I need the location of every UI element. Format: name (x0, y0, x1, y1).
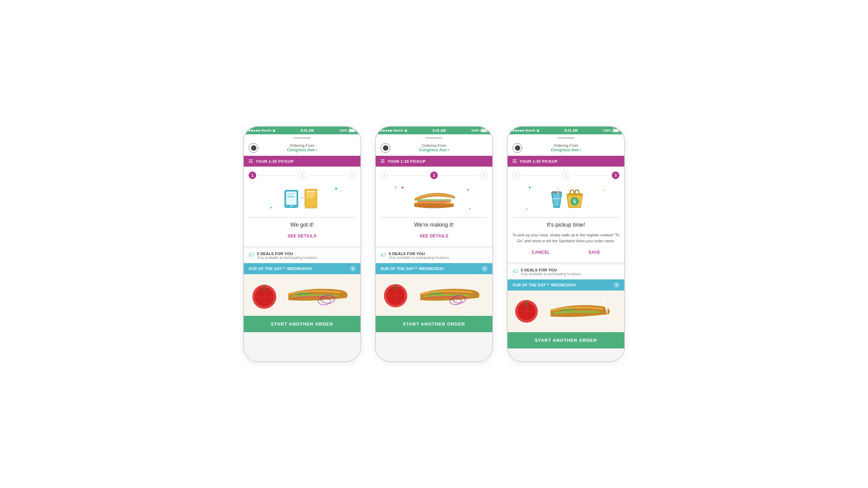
phone-1: Sketch ⊛ 9:41 AM 100% ⚫ Ordering (243, 126, 361, 362)
sub-banner-3[interactable]: SUB OF THE DAY™ WEDNESDAY i (508, 279, 624, 291)
app-header-3: ⚫ Ordering From Congress Ave ▾ (508, 140, 624, 156)
step-1-circle-2: 1 (381, 171, 388, 179)
location-name-1[interactable]: Congress Ave ▾ (258, 148, 346, 152)
svg-point-2 (291, 205, 292, 207)
see-details-btn-1[interactable]: SEE DETAILS (249, 232, 356, 241)
carrier-label-2: Sketch (393, 129, 403, 132)
step-1-circle: 1 (249, 171, 256, 179)
battery-pct-1: 100% (339, 129, 347, 132)
battery-pct-3: 100% (603, 129, 611, 132)
sub-banner-1[interactable]: SUB OF THE DAY™ WEDNESDAY i (244, 263, 360, 274)
info-icon-2[interactable]: i (482, 266, 487, 271)
sub-photo-2 (376, 274, 492, 316)
dot3 (253, 130, 255, 132)
sparkle-3b: ✦ (603, 189, 606, 192)
save-button-3[interactable]: SAVE (583, 249, 606, 256)
pickup-banner-3: ☷ YOUR 1:30 PICKUP (508, 156, 624, 167)
phone-2-wrapper: Sketch ⊛ 9:41 AM 100% ⚫ Ordering From (375, 126, 493, 362)
step-1-circle-3: 1 (512, 171, 520, 179)
step-3-circle-2: 3 (480, 171, 487, 179)
sparkle-1c: ✦ (269, 206, 272, 210)
deals-title-2: 5 DEALS FOR YOU (389, 252, 450, 256)
status-bar-1: Sketch ⊛ 9:41 AM 100% (244, 127, 360, 134)
step-line-2b (440, 175, 478, 176)
location-text-1: Congress Ave (287, 148, 315, 152)
phone-2: Sketch ⊛ 9:41 AM 100% ⚫ Ordering From (375, 126, 493, 362)
step-3-circle-3: 3 (612, 171, 619, 179)
dot4 (256, 130, 258, 132)
speaker-2 (425, 137, 443, 139)
deals-text-3: 5 DEALS FOR YOU Only available at partic… (521, 268, 582, 276)
location-text-3: Congress Ave (551, 148, 579, 152)
deals-subtitle-1: Only available at participating location… (257, 256, 318, 260)
location-name-3[interactable]: Congress Ave ▾ (522, 148, 610, 152)
info-icon-1[interactable]: i (350, 266, 356, 271)
cancel-button-3[interactable]: CANCEL (526, 249, 556, 256)
deals-title-1: 5 DEALS FOR YOU (257, 252, 318, 256)
battery-pct-2: 100% (471, 129, 479, 132)
sub-photo-1 (244, 274, 360, 316)
sub-banner-text-2: SUB OF THE DAY™ WEDNESDAY (381, 267, 444, 271)
start-order-btn-3[interactable]: START ANOTHER ORDER (508, 332, 624, 348)
app-header-1: ⚫ Ordering From Congress Ave ▾ (244, 140, 360, 156)
speaker-3 (557, 137, 575, 139)
sparkle-1b: ✦ (340, 190, 342, 193)
phone-content-2: 1 2 3 ✦ ✦ ✦ ✦ (376, 167, 492, 361)
sub-banner-2[interactable]: SUB OF THE DAY™ WEDNESDAY i (376, 263, 492, 274)
chevron-down-icon-2: ▾ (448, 149, 449, 152)
battery-icon-2 (481, 129, 487, 132)
sparkle-2c: ✦ (468, 207, 471, 210)
header-center-3: Ordering From Congress Ave ▾ (522, 143, 610, 152)
avatar-icon-3[interactable]: ⚫ (512, 143, 522, 153)
deals-title-3: 5 DEALS FOR YOU (521, 268, 582, 272)
sub-banner-text-3: SUB OF THE DAY™ WEDNESDAY (512, 283, 576, 287)
svg-rect-20 (417, 199, 451, 201)
sparkle-3a: ✦ (528, 185, 532, 190)
svg-text:S: S (573, 199, 576, 204)
svg-rect-10 (306, 195, 315, 196)
start-order-btn-2[interactable]: START ANOTHER ORDER (376, 316, 492, 332)
sub-image-3 (508, 291, 624, 332)
illustration-3: ✦ ✦ ✦ (512, 183, 619, 214)
step-line-2a (390, 175, 428, 176)
start-order-btn-1[interactable]: START ANOTHER ORDER (244, 316, 360, 332)
pickup-banner-1: ☷ YOUR 1:30 PICKUP (244, 156, 360, 167)
order-illustration-1: → (281, 185, 323, 213)
pickup-illustration-3: S (542, 185, 590, 213)
chevron-down-icon-3: ▾ (579, 149, 581, 152)
status-text-3: It's pickup time! (512, 222, 619, 228)
svg-rect-3 (287, 193, 295, 194)
wifi-icon-3: ⊛ (536, 129, 539, 133)
dot2-2 (383, 130, 385, 132)
step-2-circle: 2 (298, 171, 306, 179)
phone-3: Sketch ⊛ 9:41 AM 100% ⚫ Ordering From (507, 126, 625, 362)
location-text-2: Congress Ave (419, 148, 447, 152)
phone-3-wrapper: Sketch ⊛ 9:41 AM 100% ⚫ Ordering From (507, 126, 625, 362)
dot2 (251, 130, 253, 132)
avatar-icon-2[interactable]: ⚫ (381, 143, 390, 153)
status-card-2: 1 2 3 ✦ ✦ ✦ ✦ (376, 167, 492, 246)
status-right-2: 100% (471, 129, 487, 132)
time-label-2: 9:41 AM (433, 129, 446, 133)
sparkle-2a: ✦ (401, 185, 404, 190)
sub-image-2 (376, 274, 492, 316)
sandwich-illustration-2 (410, 186, 458, 212)
dot4-3 (520, 130, 521, 132)
step-2-circle-3: 2 (562, 171, 570, 179)
svg-rect-8 (306, 191, 316, 192)
battery-icon-1 (349, 129, 356, 132)
info-icon-3[interactable]: i (614, 282, 619, 288)
dot1 (249, 130, 250, 132)
sub-image-1 (244, 274, 360, 316)
status-text-1: We got it! (249, 222, 356, 228)
battery-icon-3 (612, 129, 619, 132)
steps-3: 1 2 3 (512, 171, 619, 179)
see-details-btn-2[interactable]: SEE DETAILS (381, 232, 487, 241)
svg-rect-5 (287, 196, 295, 197)
ordering-from-1: Ordering From (258, 143, 346, 148)
avatar-icon-1[interactable]: ⚫ (249, 143, 258, 153)
location-name-2[interactable]: Congress Ave ▾ (390, 148, 478, 152)
tag-icon-3: 🏷 (512, 268, 518, 275)
pickup-description-3: To pick-up your meal, simply walk up to … (512, 232, 619, 244)
deals-subtitle-2: Only available at participating location… (389, 256, 450, 260)
